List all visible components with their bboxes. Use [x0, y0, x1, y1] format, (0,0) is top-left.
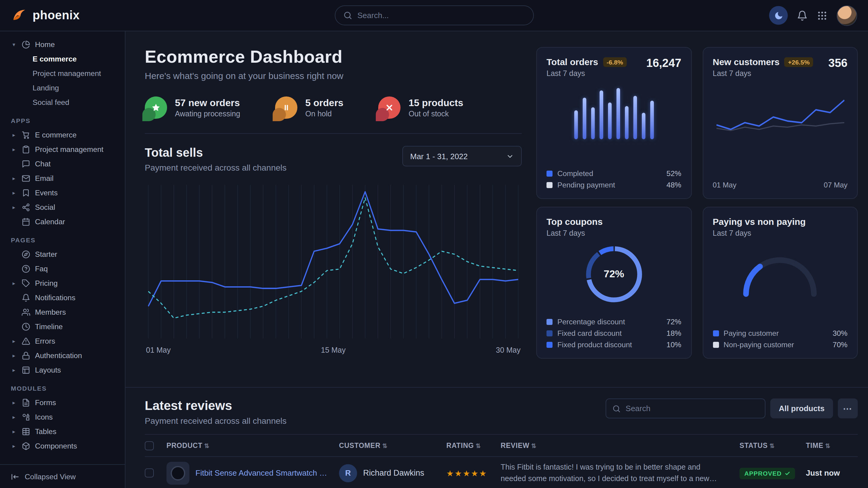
legend-item: Fixed product discount10% [547, 340, 681, 349]
more-options-button[interactable]: ⋯ [838, 398, 858, 418]
top-coupons-card: Top coupons Last 7 days 72% Percentage d… [536, 207, 691, 359]
card-period: Last 7 days [713, 229, 806, 237]
sidebar-item-starter[interactable]: Starter [8, 247, 119, 262]
new-customers-chart [713, 83, 847, 154]
sidebar-item-social-feed[interactable]: Social feed [8, 95, 119, 110]
layout-icon [22, 366, 30, 375]
caret-icon: ▸ [11, 443, 17, 449]
user-avatar[interactable] [837, 5, 857, 26]
sidebar-item-social[interactable]: ▸Social [8, 200, 119, 215]
sidebar-item-email[interactable]: ▸Email [8, 171, 119, 186]
sidebar-item-calendar[interactable]: Calendar [8, 215, 119, 229]
sidebar-item-label: Icons [35, 413, 53, 421]
total-orders-legend: Completed52%Pending payment48% [547, 169, 681, 189]
page-title: Ecommerce Dashboard [145, 47, 522, 67]
legend-item: Percentage discount72% [547, 318, 681, 326]
pie-icon [22, 40, 30, 49]
alert-icon [22, 337, 30, 346]
select-all-checkbox[interactable] [145, 441, 154, 450]
kpi-cards: Total orders -6.8% Last 7 days 16,247 Co… [535, 31, 868, 387]
total-sells-chart [145, 181, 522, 343]
theme-toggle-button[interactable] [769, 6, 788, 25]
stat-value: 15 products [409, 97, 463, 108]
total-orders-value: 16,247 [646, 57, 681, 70]
sidebar-item-project-management[interactable]: ▸Project management [8, 142, 119, 157]
sidebar-item-components[interactable]: ▸Components [8, 439, 119, 453]
sidebar-item-label: Notifications [35, 294, 75, 302]
product-link[interactable]: Fitbit Sense Advanced Smartwatch with To… [195, 468, 331, 478]
date-range-select[interactable]: Mar 1 - 31, 2022 [402, 146, 522, 166]
reviews-search[interactable] [606, 398, 766, 418]
lock-icon [22, 352, 30, 360]
column-header-status[interactable]: STATUS⇅ [740, 442, 806, 449]
legend-swatch [547, 319, 553, 325]
product-cell: Fitbit Sense Advanced Smartwatch with To… [166, 461, 339, 484]
brand[interactable]: phoenix [11, 7, 80, 24]
search-icon [612, 404, 621, 413]
sidebar-item-landing[interactable]: Landing [8, 81, 119, 95]
bell-icon [22, 294, 30, 302]
caret-icon: ▸ [11, 190, 17, 196]
sidebar-item-tables[interactable]: ▸Tables [8, 424, 119, 439]
sidebar-item-label: Social [35, 203, 55, 212]
tag-icon [22, 279, 30, 288]
sidebar-item-faq[interactable]: Faq [8, 262, 119, 276]
bar [583, 98, 586, 139]
mail-icon [22, 174, 30, 183]
sidebar-item-e-commerce[interactable]: ▸E commerce [8, 128, 119, 142]
customer-cell: RRichard Dawkins [339, 464, 446, 482]
navbar-actions [769, 5, 857, 26]
bar [650, 100, 654, 139]
collapse-view-button[interactable]: Collapsed View [0, 464, 125, 488]
sidebar-item-errors[interactable]: ▸Errors [8, 334, 119, 349]
compass-icon [22, 250, 30, 259]
global-search-input[interactable] [358, 11, 525, 20]
reviews-search-input[interactable] [625, 404, 759, 413]
sidebar-item-events[interactable]: ▸Events [8, 186, 119, 200]
bookmark-icon [22, 189, 30, 197]
column-header-customer[interactable]: CUSTOMER⇅ [339, 442, 446, 449]
collapse-icon [11, 472, 19, 481]
sidebar-item-forms[interactable]: ▸Forms [8, 395, 119, 410]
sidebar-item-layouts[interactable]: ▸Layouts [8, 363, 119, 378]
status-label: APPROVED [744, 470, 782, 477]
sidebar-item-authentication[interactable]: ▸Authentication [8, 349, 119, 363]
stat-text: 5 ordersOn hold [305, 97, 343, 118]
notifications-button[interactable] [797, 10, 808, 21]
stat-caption: Out of stock [409, 109, 463, 118]
star-badge [145, 96, 167, 119]
column-header-time[interactable]: TIME⇅ [806, 442, 858, 449]
global-search[interactable] [335, 5, 533, 25]
apps-menu-button[interactable] [817, 10, 828, 21]
sidebar-item-label: Timeline [35, 323, 63, 331]
sidebar-item-home[interactable]: ▾Home [8, 37, 119, 52]
all-products-button[interactable]: All products [770, 398, 833, 418]
column-header-product[interactable]: PRODUCT⇅ [166, 442, 339, 449]
stat-value: 57 new orders [175, 97, 240, 108]
sidebar-item-pricing[interactable]: ▸Pricing [8, 276, 119, 291]
sidebar-item-label: Starter [35, 250, 57, 259]
new-customers-value: 356 [829, 57, 847, 70]
sidebar-item-members[interactable]: Members [8, 305, 119, 320]
pause-icon [282, 103, 291, 112]
card-title: Paying vs non paying [713, 217, 806, 227]
main-content: Ecommerce Dashboard Here's what's going … [125, 31, 868, 488]
sidebar: ▾HomeE commerceProject managementLanding… [0, 31, 125, 488]
trend-badge: -6.8% [603, 57, 627, 67]
paying-gauge-chart [735, 246, 826, 299]
card-period: Last 7 days [547, 69, 627, 78]
stat-value: 5 orders [305, 97, 343, 108]
sidebar-item-timeline[interactable]: Timeline [8, 320, 119, 334]
sidebar-item-notifications[interactable]: Notifications [8, 291, 119, 305]
rating-cell: ★★★★★ [446, 467, 501, 478]
sidebar-item-e-commerce[interactable]: E commerce [8, 52, 119, 66]
legend-swatch [547, 182, 553, 188]
sidebar-item-icons[interactable]: ▸Icons [8, 410, 119, 424]
sidebar-item-label: Events [35, 189, 58, 197]
sidebar-item-chat[interactable]: Chat [8, 157, 119, 171]
sidebar-item-project-management[interactable]: Project management [8, 66, 119, 81]
column-header-review[interactable]: REVIEW⇅ [501, 442, 740, 449]
top-coupons-donut-chart: 72% [582, 242, 646, 306]
column-header-rating[interactable]: RATING⇅ [446, 442, 501, 449]
row-checkbox[interactable] [145, 468, 154, 478]
